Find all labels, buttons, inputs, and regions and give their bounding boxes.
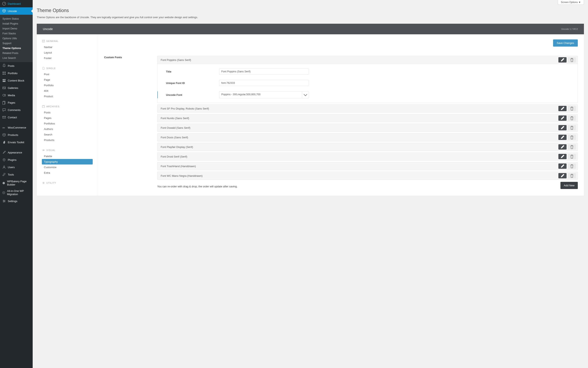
font-row[interactable]: Font WC Mano Negra (Handdrawn)	[157, 172, 578, 180]
section-item-posts[interactable]: Posts	[42, 110, 93, 115]
panel-version: Uncode 1.7.RC2	[561, 28, 578, 30]
delete-button[interactable]	[568, 57, 576, 63]
sidebar-item-appearance[interactable]: Appearance	[0, 149, 33, 156]
section-item-portfolio[interactable]: Portfolio	[42, 83, 93, 88]
user-icon	[2, 165, 6, 169]
delete-button[interactable]	[568, 164, 576, 169]
submenu-item-install-plugins[interactable]: Install Plugins	[0, 21, 33, 26]
add-new-button[interactable]: Add New	[561, 182, 578, 189]
uncode-font-select[interactable]: Poppins - 300,regular,500,600,700	[219, 91, 309, 98]
delete-button[interactable]	[568, 135, 576, 140]
blocks-icon	[2, 78, 6, 83]
svg-rect-4	[4, 74, 6, 74]
delete-button[interactable]	[568, 144, 576, 150]
eye-icon	[42, 148, 45, 152]
edit-button[interactable]	[558, 57, 567, 63]
section-item-pages[interactable]: Pages	[42, 115, 93, 121]
section-item-navbar[interactable]: Navbar	[42, 44, 93, 50]
section-item-portfolios[interactable]: Portfolios	[42, 121, 93, 126]
delete-button[interactable]	[568, 106, 576, 111]
font-row[interactable]: Font Dosis (Sans Serif)	[157, 133, 578, 141]
sidebar-item-migration[interactable]: All-in-One WP Migration	[0, 188, 33, 197]
uncode-icon	[2, 9, 6, 13]
section-item-404[interactable]: 404	[42, 88, 93, 94]
sidebar-item-tools[interactable]: Tools	[0, 171, 33, 178]
submenu-item-related-posts[interactable]: Related Posts	[0, 51, 33, 55]
sidebar-item-users[interactable]: Users	[0, 164, 33, 171]
submenu-item-support[interactable]: Support	[0, 41, 33, 46]
edit-id-input[interactable]	[219, 80, 309, 86]
submenu-item-live-search[interactable]: Live Search	[0, 55, 33, 61]
section-head-general: GENERAL	[42, 39, 93, 43]
edit-button[interactable]	[558, 135, 567, 140]
screen-options-toggle[interactable]: Screen Options ▼	[558, 0, 584, 5]
sidebar-item-contact[interactable]: Contact	[0, 114, 33, 121]
submenu-item-font-stacks[interactable]: Font Stacks	[0, 31, 33, 36]
sidebar-item-dashboard[interactable]: Dashboard	[0, 0, 33, 7]
media-icon	[2, 93, 6, 97]
section-item-product[interactable]: Product	[42, 94, 93, 99]
section-item-authors[interactable]: Authors	[42, 126, 93, 132]
submenu-item-import-demo[interactable]: Import Demo	[0, 26, 33, 31]
section-item-customize[interactable]: Customize	[42, 165, 93, 170]
section-item-post[interactable]: Post	[42, 72, 93, 77]
font-row[interactable]: Font Playfair Display (Serif)	[157, 143, 578, 151]
section-item-products[interactable]: Products	[42, 137, 93, 143]
section-item-search[interactable]: Search	[42, 132, 93, 137]
delete-button[interactable]	[568, 154, 576, 159]
font-row[interactable]: Font Poppins (Sans Serif)	[157, 56, 578, 64]
chevron-down-icon[interactable]	[302, 91, 309, 98]
sidebar-item-portfolio[interactable]: Portfolio	[0, 69, 33, 77]
font-row[interactable]: Font Droid Serif (Serif)	[157, 152, 578, 161]
edit-button[interactable]	[558, 154, 567, 159]
reorder-note: You can re-order with drag & drop, the o…	[157, 185, 237, 188]
sidebar-item-wpbakery[interactable]: WPBakery Page Builder	[0, 178, 33, 188]
font-row[interactable]: Font Nunito (Sans Serif)	[157, 114, 578, 122]
sidebar-item-settings[interactable]: Settings	[0, 197, 33, 205]
sidebar-item-content-block[interactable]: Content Block	[0, 77, 33, 84]
save-button[interactable]: Save Changes	[553, 39, 578, 46]
sidebar-item-comments[interactable]: Comments	[0, 106, 33, 114]
submenu-item-theme-options[interactable]: Theme Options	[0, 46, 33, 51]
section-item-layout[interactable]: Layout	[42, 50, 93, 55]
sidebar-item-products[interactable]: Products	[0, 131, 33, 138]
font-row[interactable]: Font Oswald (Sans Serif)	[157, 124, 578, 132]
section-item-palette[interactable]: Palette	[42, 153, 93, 159]
submenu-item-system-status[interactable]: System Status	[0, 16, 33, 21]
section-item-page[interactable]: Page	[42, 77, 93, 83]
submenu-item-options-utils[interactable]: Options Utils	[0, 36, 33, 41]
delete-button[interactable]	[568, 173, 576, 178]
section-item-footer[interactable]: Footer	[42, 55, 93, 61]
box-icon	[2, 133, 6, 137]
font-row[interactable]: Font SF Pro Display, Roboto (Sans Serif)	[157, 104, 578, 113]
plug-icon	[2, 158, 6, 162]
options-panel: Uncode Uncode 1.7.RC2 GENERAL Navbar Lay…	[37, 24, 584, 196]
sidebar-item-pages[interactable]: Pages	[0, 99, 33, 106]
section-item-extra[interactable]: Extra	[42, 170, 93, 175]
delete-button[interactable]	[568, 125, 576, 130]
section-head-label: GENERAL	[46, 40, 59, 42]
edit-button[interactable]	[558, 144, 567, 150]
sidebar-item-plugins[interactable]: Plugins	[0, 156, 33, 164]
sidebar-item-woocommerce[interactable]: WooCommerce	[0, 124, 33, 131]
envato-icon	[2, 140, 6, 144]
svg-point-24	[43, 183, 44, 183]
sidebar-item-envato[interactable]: Envato Toolkit	[0, 138, 33, 146]
font-row[interactable]: Font TrashHand (Handdrawn)	[157, 162, 578, 170]
font-row-name: Font WC Mano Negra (Handdrawn)	[161, 174, 557, 177]
edit-title-input[interactable]	[219, 68, 309, 74]
sidebar-item-posts[interactable]: Posts	[0, 62, 33, 69]
section-item-typography[interactable]: Typography	[42, 159, 93, 165]
edit-button[interactable]	[558, 173, 567, 178]
sidebar-item-media[interactable]: Media	[0, 92, 33, 99]
delete-button[interactable]	[568, 115, 576, 121]
sidebar-item-uncode[interactable]: Uncode	[0, 7, 33, 15]
section-head-utility: UTILITY	[42, 181, 93, 184]
edit-button[interactable]	[558, 164, 567, 169]
panel-title: Uncode	[43, 27, 53, 31]
edit-button[interactable]	[558, 125, 567, 130]
edit-button[interactable]	[558, 115, 567, 121]
edit-button[interactable]	[558, 106, 567, 111]
sidebar-item-galleries[interactable]: Galleries	[0, 84, 33, 92]
section-head-label: SINGLE	[46, 67, 56, 69]
